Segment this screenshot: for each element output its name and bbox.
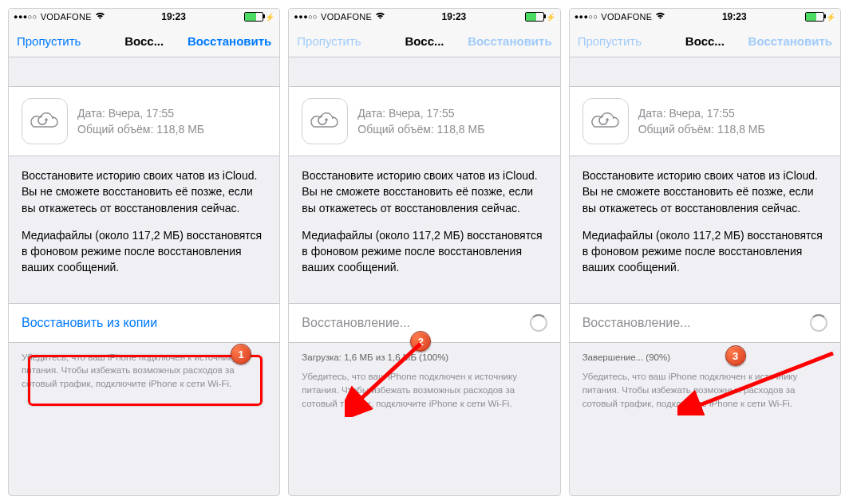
info-paragraph-2: Медиафайлы (около 117,2 МБ) восстановятс… <box>9 227 279 287</box>
info-paragraph-1: Восстановите историю своих чатов из iClo… <box>289 156 559 227</box>
step-badge-3: 3 <box>725 345 746 366</box>
download-progress: Загрузка: 1,6 МБ из 1,6 МБ (100%) <box>302 351 547 364</box>
status-time: 19:23 <box>665 11 803 22</box>
phone-screen-1: ●●●○○ VODAFONE 19:23 ⚡ Пропустить Восс..… <box>8 8 280 496</box>
skip-button: Пропустить <box>578 34 642 48</box>
finishing-progress: Завершение... (90%) <box>582 351 827 364</box>
backup-size: Общий объём: 118,8 МБ <box>357 121 484 137</box>
spinner-icon <box>530 314 547 332</box>
backup-info-card: Дата: Вчера, 17:55 Общий объём: 118,8 МБ <box>289 86 559 156</box>
backup-size: Общий объём: 118,8 МБ <box>77 121 204 137</box>
battery-icon <box>244 12 263 22</box>
restore-from-copy-button[interactable]: Восстановить из копии <box>9 303 279 343</box>
spinner-icon <box>810 314 827 332</box>
wifi-icon <box>655 12 665 22</box>
backup-info-card: Дата: Вчера, 17:55 Общий объём: 118,8 МБ <box>9 86 279 156</box>
phone-screen-3: ●●●○○ VODAFONE 19:23 ⚡ Пропустить Восс..… <box>569 8 841 496</box>
charging-icon: ⚡ <box>826 13 835 22</box>
footer-hint: Убедитесь, что ваш iPhone подключен к ис… <box>302 370 547 410</box>
status-bar: ●●●○○ VODAFONE 19:23 ⚡ <box>570 9 840 25</box>
status-time: 19:23 <box>105 11 243 22</box>
restore-button[interactable]: Восстановить <box>188 34 271 48</box>
backup-date: Дата: Вчера, 17:55 <box>638 105 765 121</box>
status-time: 19:23 <box>385 11 523 22</box>
backup-date: Дата: Вчера, 17:55 <box>357 105 484 121</box>
restoring-label: Восстановление... <box>582 316 691 330</box>
cloud-restore-icon <box>302 98 348 144</box>
status-bar: ●●●○○ VODAFONE 19:23 ⚡ <box>9 9 279 25</box>
skip-button: Пропустить <box>297 34 361 48</box>
info-paragraph-2: Медиафайлы (около 117,2 МБ) восстановятс… <box>289 227 559 287</box>
charging-icon: ⚡ <box>546 13 555 22</box>
restoring-status-row: Восстановление... <box>570 303 840 343</box>
signal-icon: ●●●○○ <box>294 13 318 21</box>
backup-date: Дата: Вчера, 17:55 <box>77 105 204 121</box>
backup-info-card: Дата: Вчера, 17:55 Общий объём: 118,8 МБ <box>570 86 840 156</box>
restoring-label: Восстановление... <box>302 316 410 330</box>
signal-icon: ●●●○○ <box>575 13 598 21</box>
skip-button[interactable]: Пропустить <box>17 34 81 48</box>
restore-button: Восстановить <box>748 34 832 48</box>
nav-bar: Пропустить Восс... Восстановить <box>9 25 279 57</box>
status-bar: ●●●○○ VODAFONE 19:23 ⚡ <box>289 9 559 25</box>
wifi-icon <box>375 12 385 22</box>
backup-size: Общий объём: 118,8 МБ <box>638 121 765 137</box>
footer-hint: Убедитесь, что ваш iPhone подключен к ис… <box>582 370 827 410</box>
carrier-label: VODAFONE <box>41 12 92 22</box>
battery-icon <box>525 12 544 22</box>
cloud-restore-icon <box>22 98 68 144</box>
phone-screen-2: ●●●○○ VODAFONE 19:23 ⚡ Пропустить Восс..… <box>288 8 560 496</box>
info-paragraph-1: Восстановите историю своих чатов из iClo… <box>570 156 840 227</box>
step-badge-1: 1 <box>231 344 251 364</box>
cloud-restore-icon <box>582 98 629 144</box>
nav-bar: Пропустить Восс... Восстановить <box>570 25 840 57</box>
info-paragraph-2: Медиафайлы (около 117,2 МБ) восстановятс… <box>570 227 840 287</box>
nav-bar: Пропустить Восс... Восстановить <box>289 25 559 57</box>
battery-icon <box>805 12 824 22</box>
restore-button: Восстановить <box>468 34 551 48</box>
wifi-icon <box>95 12 105 22</box>
signal-icon: ●●●○○ <box>14 13 38 21</box>
carrier-label: VODAFONE <box>601 12 652 22</box>
carrier-label: VODAFONE <box>321 12 372 22</box>
charging-icon: ⚡ <box>265 13 274 22</box>
info-paragraph-1: Восстановите историю своих чатов из iClo… <box>9 156 279 227</box>
